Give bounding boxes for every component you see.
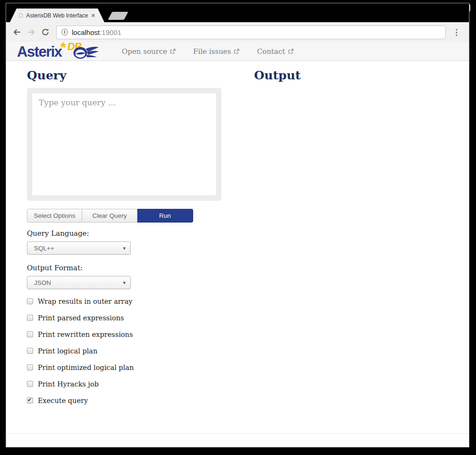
reload-icon — [41, 28, 50, 36]
checkbox-print-hyracks-job[interactable] — [27, 381, 33, 387]
query-options-list: Wrap results in outer array Print parsed… — [27, 298, 221, 403]
page-content: Query Select Options Clear Query Run Que… — [6, 61, 469, 447]
browser-menu-icon[interactable]: ⋮ — [450, 27, 463, 37]
checkbox-print-optimized-plan[interactable] — [27, 364, 33, 370]
option-label: Print Hyracks job — [38, 380, 99, 388]
checkbox-print-logical-plan[interactable] — [27, 348, 33, 354]
query-editor-panel — [27, 88, 221, 201]
reload-button[interactable] — [40, 27, 51, 37]
footer-divider — [6, 433, 469, 434]
header-nav: Open source File issues Contact — [122, 47, 294, 56]
browser-toolbar: i localhost:19001 ⋮ — [6, 22, 469, 42]
back-button[interactable] — [12, 27, 22, 37]
chevron-down-icon: ▾ — [123, 280, 126, 286]
option-label: Print optimized logical plan — [38, 364, 134, 371]
site-header: Asterix * DB Open source — [6, 42, 469, 61]
query-language-value: SQL++ — [34, 245, 123, 252]
logo-star-icon: * — [60, 39, 66, 55]
address-bar[interactable]: i localhost:19001 — [56, 26, 446, 39]
option-label: Print rewritten expressions — [38, 331, 133, 338]
external-link-icon — [288, 49, 294, 54]
nav-link-label: File issues — [193, 47, 231, 56]
option-print-parsed[interactable]: Print parsed expressions — [27, 315, 221, 321]
query-heading: Query — [27, 69, 221, 82]
nav-link-label: Open source — [122, 47, 167, 56]
forward-arrow-icon — [26, 27, 36, 37]
browser-window: AsterixDB Web Interface × i loc — [6, 3, 469, 447]
output-column: Output — [254, 69, 301, 88]
url-host: localhost — [72, 28, 100, 36]
option-wrap-results[interactable]: Wrap results in outer array — [27, 298, 221, 304]
query-column: Query Select Options Clear Query Run Que… — [27, 69, 221, 414]
nav-link-file-issues[interactable]: File issues — [193, 47, 239, 56]
query-input[interactable] — [32, 93, 217, 196]
checkbox-print-rewritten[interactable] — [27, 331, 33, 337]
query-actions: Select Options Clear Query Run — [27, 209, 221, 223]
run-button[interactable]: Run — [137, 209, 193, 223]
checkbox-execute-query[interactable] — [27, 397, 33, 403]
option-label: Execute query — [38, 397, 88, 404]
option-print-rewritten[interactable]: Print rewritten expressions — [27, 331, 221, 337]
option-print-hyracks-job[interactable]: Print Hyracks job — [27, 381, 221, 387]
page-info-icon[interactable]: i — [61, 29, 68, 35]
option-label: Wrap results in outer array — [38, 298, 132, 305]
url-text: localhost:19001 — [72, 28, 121, 36]
nav-link-label: Contact — [257, 47, 285, 56]
new-tab-button[interactable] — [108, 12, 128, 20]
output-format-value: JSON — [34, 279, 123, 286]
external-link-icon — [170, 49, 176, 54]
query-language-select[interactable]: SQL++ ▾ — [27, 241, 131, 255]
output-heading: Output — [254, 69, 301, 82]
asterixdb-logo[interactable]: Asterix * DB — [17, 43, 107, 60]
option-print-logical-plan[interactable]: Print logical plan — [27, 348, 221, 354]
back-arrow-icon — [12, 27, 22, 37]
tab-close-icon[interactable]: × — [91, 12, 95, 18]
clear-query-button[interactable]: Clear Query — [82, 209, 137, 223]
tab-asterixdb[interactable]: AsterixDB Web Interface × — [10, 9, 104, 22]
option-label: Print logical plan — [38, 347, 97, 355]
output-format-select[interactable]: JSON ▾ — [27, 276, 131, 289]
option-print-optimized-plan[interactable]: Print optimized logical plan — [27, 364, 221, 370]
option-execute-query[interactable]: Execute query — [27, 397, 221, 403]
chevron-down-icon: ▾ — [123, 245, 126, 251]
external-link-icon — [234, 49, 239, 54]
nav-link-contact[interactable]: Contact — [257, 47, 294, 56]
forward-button[interactable] — [26, 27, 36, 37]
output-format-label: Output Format: — [27, 264, 221, 272]
tab-title: AsterixDB Web Interface — [26, 12, 88, 19]
url-port: :19001 — [100, 28, 121, 36]
page-favicon-icon — [19, 12, 23, 19]
logo-word: Asterix — [17, 43, 62, 60]
bird-swoosh-icon — [73, 46, 99, 60]
checkbox-print-parsed[interactable] — [27, 315, 33, 321]
option-label: Print parsed expressions — [38, 314, 124, 322]
tab-strip: AsterixDB Web Interface × — [6, 3, 469, 22]
select-options-button[interactable]: Select Options — [27, 209, 82, 223]
nav-link-open-source[interactable]: Open source — [122, 47, 176, 56]
query-language-label: Query Language: — [27, 229, 221, 238]
checkbox-wrap-results[interactable] — [27, 298, 33, 304]
